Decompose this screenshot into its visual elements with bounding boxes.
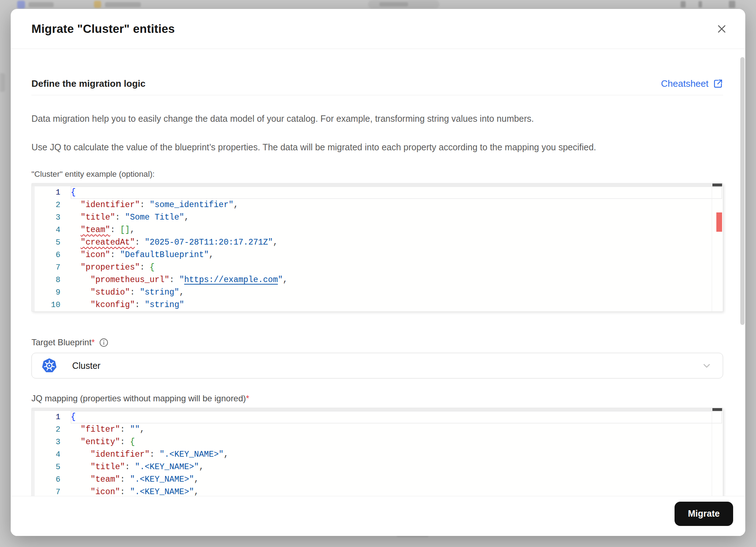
- editor-overview-ruler: [712, 184, 723, 311]
- required-asterisk: *: [246, 393, 249, 403]
- example-entity-label: "Cluster" entity example (optional):: [31, 170, 723, 179]
- external-link-icon: [713, 79, 723, 89]
- background-self-service-icon: [94, 1, 101, 8]
- code-line[interactable]: 8 "prometheus_url": "https://example.com…: [32, 274, 723, 286]
- background-text-blob: [29, 2, 54, 7]
- dialog-scrollbar-thumb[interactable]: [740, 57, 745, 325]
- code-line[interactable]: 3 "title": "Some Title",: [32, 211, 723, 224]
- line-number: 3: [35, 211, 71, 224]
- background-toolbar-item: [698, 1, 702, 7]
- description-paragraph-2: Use JQ to calculate the value of the blu…: [31, 141, 723, 153]
- dialog-footer: Migrate: [11, 496, 745, 536]
- background-text-blob: [105, 2, 141, 7]
- description-paragraph-1: Data migration help you to easily change…: [31, 112, 723, 125]
- target-blueprint-select[interactable]: Cluster: [31, 353, 723, 378]
- code-line[interactable]: 1{: [32, 186, 723, 199]
- code-line[interactable]: 10 "kconfig": "string": [32, 299, 723, 311]
- line-number: 4: [35, 448, 71, 461]
- dialog-body: Define the migration logic Cheatsheet Da…: [11, 49, 745, 496]
- target-blueprint-label: Target Blueprint*: [31, 337, 95, 347]
- code-line[interactable]: 3 "entity": {: [32, 436, 723, 448]
- code-line[interactable]: 7 "properties": {: [32, 261, 723, 274]
- line-number: 4: [35, 224, 71, 236]
- jq-mapping-code-editor[interactable]: 1{2 "filter": "",3 "entity": {4 "identif…: [31, 408, 723, 496]
- line-number: 9: [35, 286, 71, 299]
- dialog-header: Migrate "Cluster" entities: [11, 9, 745, 49]
- background-toolbar-item: [681, 1, 686, 7]
- editor-scrollbar-thumb[interactable]: [712, 184, 722, 186]
- editor-top-scrollbar-track: [32, 184, 723, 186]
- line-number: 7: [35, 486, 71, 496]
- editor-top-scrollbar-track: [32, 408, 723, 411]
- line-number: 2: [35, 199, 71, 211]
- migrate-entities-dialog: Migrate "Cluster" entities Define the mi…: [11, 9, 745, 536]
- error-marker: [716, 212, 722, 232]
- line-number: 1: [35, 411, 71, 423]
- editor-scrollbar-thumb[interactable]: [712, 408, 722, 411]
- background-text-blob: [379, 2, 408, 6]
- migrate-button[interactable]: Migrate: [675, 502, 733, 526]
- entity-example-code-editor[interactable]: 1{2 "identifier": "some_identifier",3 "t…: [31, 183, 723, 312]
- cheatsheet-label: Cheatsheet: [661, 78, 708, 89]
- code-line[interactable]: 9 "studio": "string",: [32, 286, 723, 299]
- code-line[interactable]: 5 "createdAt": "2025-07-28T11:20:17.271Z…: [32, 236, 723, 249]
- editor-overview-ruler: [712, 408, 723, 496]
- section-heading: Define the migration logic: [31, 78, 145, 89]
- cheatsheet-link[interactable]: Cheatsheet: [661, 78, 723, 89]
- kubernetes-icon: [41, 358, 57, 373]
- jq-mapping-label: JQ mapping (properties without mapping w…: [31, 393, 723, 403]
- line-number: 8: [35, 274, 71, 286]
- code-line[interactable]: 5 "title": ".<KEY_NAME>",: [32, 461, 723, 473]
- code-line[interactable]: 6 "team": ".<KEY_NAME>",: [32, 473, 723, 486]
- line-number: 2: [35, 423, 71, 436]
- code-line[interactable]: 2 "filter": "",: [32, 423, 723, 436]
- background-catalog-icon: [17, 1, 25, 9]
- background-sidebar-edge: [0, 73, 5, 92]
- line-number: 7: [35, 261, 71, 274]
- close-button[interactable]: [712, 20, 731, 38]
- code-line[interactable]: 2 "identifier": "some_identifier",: [32, 199, 723, 211]
- code-line[interactable]: 7 "icon": ".<KEY_NAME>",: [32, 486, 723, 496]
- section-divider: [31, 95, 723, 95]
- dialog-title: Migrate "Cluster" entities: [31, 22, 175, 36]
- line-number: 6: [35, 473, 71, 486]
- code-line[interactable]: 4 "identifier": ".<KEY_NAME>",: [32, 448, 723, 461]
- line-number: 1: [35, 186, 71, 199]
- selected-blueprint-value: Cluster: [72, 361, 100, 371]
- line-number: 5: [35, 236, 71, 249]
- code-line[interactable]: 4 "team": [],: [32, 224, 723, 236]
- line-number: 6: [35, 249, 71, 261]
- info-icon[interactable]: [99, 338, 109, 347]
- close-icon: [716, 24, 727, 34]
- line-number: 10: [35, 299, 71, 311]
- code-line[interactable]: 6 "icon": "DefaultBlueprint",: [32, 249, 723, 261]
- required-asterisk: *: [91, 337, 95, 347]
- background-toolbar-item: [729, 1, 735, 8]
- target-blueprint-label-row: Target Blueprint*: [31, 337, 723, 347]
- chevron-down-icon[interactable]: [701, 360, 712, 371]
- line-number: 3: [35, 436, 71, 448]
- line-number: 5: [35, 461, 71, 473]
- code-line[interactable]: 1{: [32, 411, 723, 423]
